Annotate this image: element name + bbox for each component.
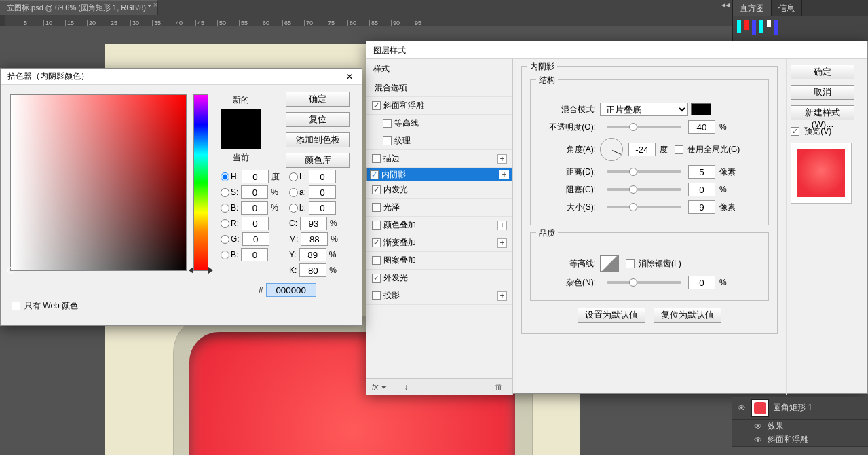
radio-b2[interactable] [221,251,229,259]
make-default-button[interactable]: 设置为默认值 [578,308,645,323]
distance-slider[interactable] [607,170,681,173]
cp-ok-button[interactable]: 确定 [286,92,350,107]
size-input[interactable] [688,200,715,214]
color-cursor[interactable] [7,267,14,274]
c-input[interactable] [300,217,327,230]
radio-lab-b[interactable] [289,204,298,213]
opacity-input[interactable] [688,120,715,134]
noise-input[interactable] [688,276,715,289]
style-row-9[interactable]: 图案叠加 [366,252,512,270]
style-row-5[interactable]: 内发光 [366,181,512,199]
style-checkbox[interactable] [372,101,381,110]
visibility-icon[interactable]: 👁 [753,435,763,445]
style-row-8[interactable]: 渐变叠加+ [366,234,512,252]
cp-add-swatch-button[interactable]: 添加到色板 [286,132,350,147]
style-row-4[interactable]: 内阴影+ [366,168,512,181]
choke-slider[interactable] [607,188,681,191]
radio-l[interactable] [289,172,298,181]
k-input[interactable] [299,263,326,277]
y-input[interactable] [299,248,326,261]
cancel-button[interactable]: 取消 [791,85,854,100]
g-input[interactable] [242,232,269,246]
style-checkbox[interactable] [372,238,381,247]
tab-info[interactable]: 信息 [772,0,802,16]
shadow-color-swatch[interactable] [691,103,711,115]
a-input[interactable] [309,185,336,199]
style-up-icon[interactable]: ↑ [392,382,396,392]
ok-button[interactable]: 确定 [791,65,854,79]
antialias-checkbox[interactable] [626,259,635,268]
angle-dial[interactable] [600,138,623,161]
radio-h[interactable] [221,172,229,181]
style-checkbox[interactable] [372,274,381,283]
style-row-10[interactable]: 外发光 [366,270,512,287]
s-input[interactable] [241,185,268,199]
style-checkbox[interactable] [372,221,381,230]
tab-close-icon[interactable]: × [153,1,157,9]
add-style-icon[interactable]: + [497,291,507,301]
distance-input[interactable] [688,165,715,179]
hex-input[interactable] [266,283,316,297]
style-checkbox[interactable] [372,256,381,265]
layer-effect-bevel[interactable]: 👁 斜面和浮雕 [732,433,868,447]
web-only-checkbox[interactable] [12,302,20,310]
new-current-swatch[interactable] [221,109,261,149]
close-icon[interactable]: ✕ [344,72,355,81]
style-row-7[interactable]: 颜色叠加+ [366,217,512,234]
contour-picker[interactable] [600,255,619,272]
style-row-0[interactable]: 斜面和浮雕 [366,97,512,115]
style-row-1[interactable]: 等高线 [366,115,512,132]
style-checkbox[interactable] [383,119,392,128]
layer-effects-row[interactable]: 👁 效果 [732,420,868,433]
radio-b[interactable] [221,204,229,213]
style-down-icon[interactable]: ↓ [404,382,408,392]
use-global-light-checkbox[interactable] [675,145,683,154]
add-style-icon[interactable]: + [497,221,507,230]
style-trash-icon[interactable]: 🗑 [495,382,503,392]
color-field[interactable] [10,94,187,271]
style-checkbox[interactable] [383,136,392,145]
r-input[interactable] [242,217,269,230]
add-style-icon[interactable]: + [497,154,507,164]
style-checkbox[interactable] [372,185,381,194]
radio-s[interactable] [221,188,229,197]
radio-a[interactable] [289,188,298,197]
cp-reset-button[interactable]: 复位 [286,112,350,127]
layer-thumb[interactable] [751,399,769,417]
cp-color-libs-button[interactable]: 颜色库 [286,153,350,168]
style-row-11[interactable]: 投影+ [366,287,512,305]
h-input[interactable] [242,170,269,183]
layer-row[interactable]: 👁 圆角矩形 1 [732,397,868,420]
b2-input[interactable] [241,248,268,261]
visibility-icon[interactable]: 👁 [736,403,747,413]
style-row-6[interactable]: 光泽 [366,199,512,217]
b-input[interactable] [241,201,268,215]
angle-input[interactable] [628,143,656,156]
choke-input[interactable] [688,183,715,196]
radio-r[interactable] [221,219,229,228]
style-checkbox[interactable] [372,203,381,212]
blending-options-row[interactable]: 混合选项 [366,79,512,97]
opacity-slider[interactable] [607,126,681,128]
style-checkbox[interactable] [370,170,379,179]
tab-histogram[interactable]: 直方图 [733,0,772,16]
reset-default-button[interactable]: 复位为默认值 [654,308,721,323]
size-slider[interactable] [607,206,681,208]
document-tab[interactable]: 立图标.psd @ 69.6% (圆角矩形 1, RGB/8) * × [0,0,158,15]
noise-slider[interactable] [607,281,681,284]
preview-checkbox[interactable] [791,127,799,136]
radio-g[interactable] [221,235,229,244]
blend-mode-select[interactable]: 正片叠底 [600,103,688,116]
lab-b-input[interactable] [309,201,336,215]
new-style-button[interactable]: 新建样式(W)... [791,105,854,120]
visibility-icon[interactable]: 👁 [753,422,763,431]
panel-collapse-icon[interactable]: ◂◂ [719,0,732,11]
style-checkbox[interactable] [372,154,381,163]
add-style-icon[interactable]: + [497,238,507,248]
m-input[interactable] [301,232,328,246]
add-style-icon[interactable]: + [499,170,509,179]
style-row-3[interactable]: 描边+ [366,150,512,168]
hue-slider[interactable] [193,94,208,271]
style-checkbox[interactable] [372,291,381,300]
style-row-2[interactable]: 纹理 [366,132,512,150]
